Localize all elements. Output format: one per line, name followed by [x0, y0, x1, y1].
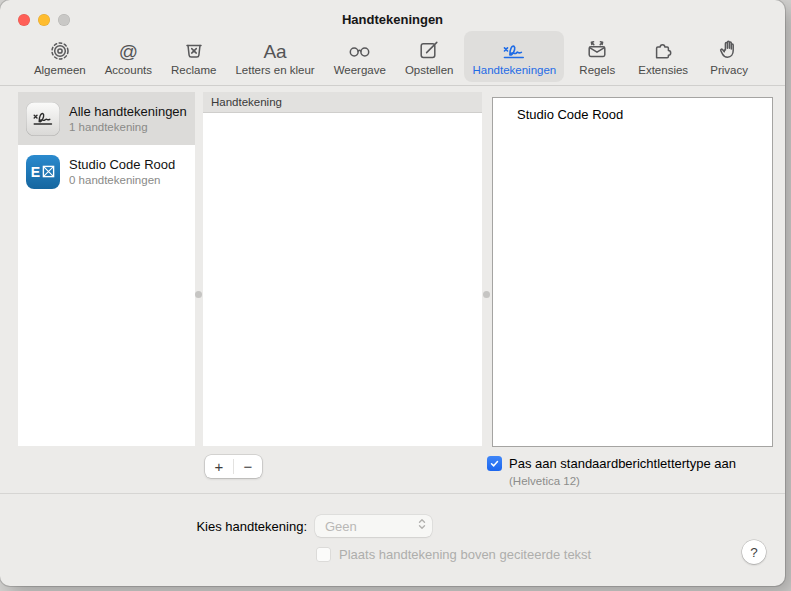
tab-label: Reclame	[171, 64, 216, 77]
tab-accounts[interactable]: @ Accounts	[97, 31, 160, 82]
chevron-up-down-icon	[417, 517, 427, 535]
gear-icon	[48, 36, 72, 62]
hand-icon	[717, 36, 741, 62]
add-remove-control: + −	[205, 455, 262, 478]
remove-signature-button[interactable]: −	[234, 455, 262, 478]
tab-regels[interactable]: Regels	[567, 31, 627, 82]
signature-preview-editor[interactable]: Studio Code Rood	[492, 97, 773, 447]
sidebar-item-title: Studio Code Rood	[69, 157, 175, 173]
column-resize-handle[interactable]	[195, 291, 202, 298]
choose-signature-label: Kies handtekening:	[150, 519, 307, 534]
tab-label: Extensies	[638, 64, 688, 77]
tab-label: Handtekeningen	[472, 64, 556, 77]
signature-preview-text: Studio Code Rood	[517, 107, 623, 122]
tab-label: Regels	[579, 64, 615, 77]
rules-envelope-icon	[585, 36, 609, 62]
tab-label: Algemeen	[34, 64, 86, 77]
glasses-icon	[347, 36, 372, 62]
tab-label: Opstellen	[405, 64, 454, 77]
tab-letters-en-kleur[interactable]: Aa Letters en kleur	[227, 31, 322, 82]
compose-icon	[417, 36, 441, 62]
preferences-toolbar: Algemeen @ Accounts Reclame Aa Letters e	[0, 31, 785, 86]
sidebar-item-title: Alle handtekeningen	[69, 104, 187, 120]
junk-bin-icon	[182, 36, 206, 62]
sidebar-item-alle-handtekeningen[interactable]: Alle handtekeningen 1 handtekening	[18, 92, 195, 145]
tab-label: Weergave	[334, 64, 386, 77]
exchange-icon: E	[26, 155, 60, 189]
tab-reclame[interactable]: Reclame	[163, 31, 224, 82]
tab-algemeen[interactable]: Algemeen	[26, 31, 94, 82]
preferences-window: Handtekeningen Algemeen @ Accounts	[0, 0, 785, 586]
choose-signature-popup-disabled: Geen	[315, 515, 432, 537]
column-resize-handle[interactable]	[483, 291, 490, 298]
match-font-label: Pas aan standaardberichtlettertype aan	[509, 456, 736, 471]
help-button[interactable]: ?	[742, 540, 766, 564]
signature-list-body[interactable]	[203, 113, 482, 445]
puzzle-icon	[651, 36, 675, 62]
add-signature-button[interactable]: +	[205, 455, 233, 478]
tab-label: Accounts	[105, 64, 152, 77]
tab-opstellen[interactable]: Opstellen	[397, 31, 462, 82]
window-title: Handtekeningen	[0, 12, 785, 27]
sidebar-item-count: 1 handtekening	[69, 121, 187, 134]
signature-list-panel: Handtekening	[203, 92, 482, 446]
tab-label: Letters en kleur	[235, 64, 314, 77]
match-font-checkbox-checked[interactable]	[487, 456, 502, 471]
tab-privacy[interactable]: Privacy	[699, 31, 759, 82]
signature-icon	[26, 102, 60, 136]
footer-divider	[0, 493, 785, 494]
sidebar-item-count: 0 handtekeningen	[69, 174, 175, 187]
tab-handtekeningen[interactable]: Handtekeningen	[464, 31, 564, 82]
fonts-icon: Aa	[263, 36, 286, 62]
toolbar-divider	[0, 85, 785, 86]
at-icon: @	[119, 36, 138, 62]
choose-signature-value: Geen	[325, 519, 417, 534]
signature-list-header-label: Handtekening	[211, 96, 282, 108]
signature-icon	[501, 36, 527, 62]
tab-weergave[interactable]: Weergave	[326, 31, 394, 82]
place-above-quoted-row: Plaats handtekening boven geciteerde tek…	[316, 547, 591, 562]
tab-label: Privacy	[710, 64, 748, 77]
match-font-detail: (Helvetica 12)	[509, 475, 580, 487]
signature-list-header: Handtekening	[203, 92, 482, 113]
place-above-quoted-checkbox-disabled	[316, 547, 331, 562]
sidebar-item-studio-code-rood[interactable]: E Studio Code Rood 0 handtekeningen	[18, 145, 195, 198]
tab-extensies[interactable]: Extensies	[630, 31, 696, 82]
place-above-quoted-label: Plaats handtekening boven geciteerde tek…	[339, 547, 591, 562]
match-font-row: Pas aan standaardberichtlettertype aan	[487, 456, 736, 471]
accounts-sidebar: Alle handtekeningen 1 handtekening E Stu…	[18, 92, 195, 446]
